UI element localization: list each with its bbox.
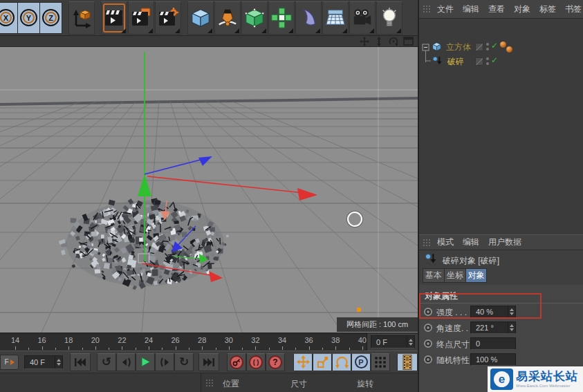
render-view-button[interactable] (101, 1, 127, 35)
tab-坐标[interactable]: 坐标 (444, 268, 465, 283)
keyframe-question-button[interactable]: ? (266, 353, 285, 371)
enabled-check-icon[interactable]: ✓ (491, 55, 498, 65)
next-key-button[interactable]: ↻ (174, 353, 194, 371)
autokey-button[interactable]: ( ) (246, 353, 266, 371)
field-stepper[interactable] (508, 322, 515, 333)
property-field[interactable]: 100 % (470, 353, 516, 366)
end-frame-stepper[interactable] (55, 356, 62, 368)
3d-viewport[interactable] (0, 47, 418, 333)
menu-item[interactable]: 编辑 (463, 236, 479, 248)
grip-icon[interactable] (423, 239, 432, 247)
layer-toggle[interactable] (475, 43, 483, 51)
add-deformer-button[interactable] (295, 1, 322, 35)
menu-item[interactable]: 文件 (437, 3, 454, 15)
view-toggle-icon[interactable] (403, 37, 414, 46)
camera-zoom-icon[interactable] (374, 37, 384, 46)
tab-对象[interactable]: 对象 (465, 268, 487, 283)
menu-item[interactable]: 对象 (514, 3, 530, 15)
keyframe-circle-icon[interactable] (424, 355, 432, 364)
transport-bar: F 40 F ↺ (0, 351, 418, 373)
partial-frame-dropdown[interactable]: F (0, 355, 19, 370)
keyframe-dots-button[interactable] (371, 353, 390, 371)
tab-基本[interactable]: 基本 (423, 268, 444, 283)
main-toolbar: XYZ (0, 0, 418, 36)
enabled-check-icon[interactable]: ✓ (491, 41, 498, 50)
menu-item[interactable]: 书签 (565, 3, 582, 15)
move-tool-button[interactable] (293, 353, 313, 371)
frame-stepper[interactable] (407, 336, 414, 348)
record-key-button[interactable] (227, 353, 246, 371)
frame-value: 0 F (371, 338, 407, 346)
watermark-logo-icon: e (490, 368, 513, 390)
menu-item[interactable]: 查看 (488, 3, 505, 15)
menu-item[interactable]: 用户数据 (488, 236, 521, 248)
add-environment-button[interactable] (322, 1, 349, 35)
property-value: 0 (471, 339, 515, 348)
property-value: 221 ° (471, 324, 508, 332)
rotate-icon (335, 355, 349, 368)
camera-pan-icon[interactable] (360, 37, 369, 46)
coordinate-p-button[interactable]: P (351, 353, 371, 371)
add-mograph-button[interactable] (268, 1, 295, 35)
axis-lock-z-button[interactable]: Z (40, 2, 62, 34)
attribute-manager-menubar: 模式编辑用户数据 (419, 234, 583, 250)
tree-row-cube[interactable]: 立方体 ✓ (419, 40, 583, 54)
rotate-tool-button[interactable] (332, 353, 351, 371)
property-field[interactable]: 0 (470, 337, 516, 350)
prev-frame-button[interactable] (116, 353, 136, 371)
ruler-frame-number: 14 (8, 336, 23, 344)
object-manager-menubar: 文件编辑查看对象标签书签 (419, 0, 583, 19)
menu-item[interactable]: 编辑 (463, 3, 479, 15)
visibility-dots[interactable] (486, 57, 489, 66)
prev-key-button[interactable]: ↺ (97, 353, 116, 371)
property-field[interactable]: 221 ° (470, 321, 516, 334)
object-name-cube[interactable]: 立方体 (446, 41, 471, 53)
property-field[interactable]: 40 % (470, 306, 516, 318)
coordinate-system-button[interactable] (68, 1, 95, 35)
add-camera-button[interactable] (349, 1, 376, 35)
axis-lock-x-button[interactable]: X (0, 2, 18, 34)
rotation-label: 旋转 (357, 378, 373, 390)
filmstrip-button[interactable] (397, 353, 418, 371)
ruler-tick (202, 346, 203, 350)
camera-rotate-icon[interactable] (389, 37, 398, 46)
render-picture-viewer-button[interactable] (128, 1, 154, 35)
menu-item[interactable]: 模式 (437, 236, 454, 248)
add-light-button[interactable] (376, 1, 402, 35)
section-rule (419, 303, 583, 304)
keyframe-circle-icon[interactable] (424, 308, 432, 316)
attribute-object-title: 破碎对象 [破碎] (419, 250, 583, 268)
render-settings-button[interactable] (155, 1, 181, 35)
object-manager-tree[interactable]: 立方体 ✓ 破碎 (419, 19, 583, 234)
tree-row-fracture[interactable]: 破碎 ✓ (419, 55, 583, 68)
coordinates-bar: 位置 尺寸 旋转 (0, 373, 418, 392)
keyframe-circle-icon[interactable] (424, 339, 432, 348)
menu-item[interactable]: 标签 (539, 3, 556, 15)
timeline-ruler[interactable]: 1416182022242628303234363840 0 F (0, 333, 418, 351)
frame-field[interactable]: 0 F (371, 335, 415, 348)
add-generator-button[interactable] (241, 1, 268, 35)
ruler-strip[interactable]: 1416182022242628303234363840 (0, 333, 367, 351)
goto-start-button[interactable] (70, 353, 91, 371)
axis-lock-y-button[interactable]: Y (18, 2, 40, 34)
render-settings-icon (158, 8, 178, 28)
add-spline-button[interactable] (214, 1, 241, 35)
play-button[interactable] (136, 353, 155, 371)
dots-grid-icon (373, 355, 387, 369)
phong-tag-icon[interactable] (500, 41, 506, 48)
object-name-fracture[interactable]: 破碎 (447, 56, 464, 68)
next-frame-button[interactable] (155, 353, 174, 371)
end-frame-field[interactable]: 40 F (24, 355, 63, 369)
grip-icon[interactable] (205, 379, 214, 387)
grip-icon[interactable] (423, 5, 432, 13)
layer-toggle[interactable] (475, 57, 483, 66)
field-stepper[interactable] (508, 306, 515, 317)
visibility-dots[interactable] (486, 43, 489, 51)
goto-end-button[interactable] (198, 353, 219, 371)
material-tag-icon[interactable] (506, 46, 512, 53)
property-row: 随机特性100 % (419, 352, 583, 368)
keyframe-circle-icon[interactable] (424, 324, 432, 332)
scale-tool-button[interactable] (313, 353, 332, 371)
ruler-tick (242, 348, 243, 350)
add-cube-button[interactable] (187, 1, 214, 35)
